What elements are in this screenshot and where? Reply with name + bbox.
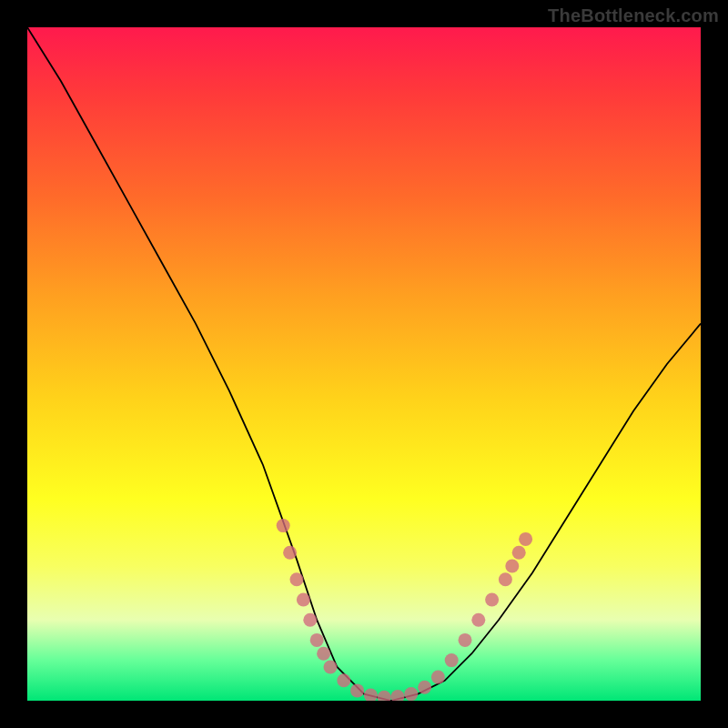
highlight-dot <box>310 633 324 647</box>
chart-frame: TheBottleneck.com <box>0 0 728 728</box>
highlight-dot <box>505 560 519 573</box>
highlight-dot <box>485 593 499 607</box>
bottleneck-curve <box>27 27 701 701</box>
highlight-dot <box>277 519 290 532</box>
plot-area <box>27 27 701 701</box>
highlight-dot <box>283 546 297 560</box>
highlight-dot <box>431 671 445 684</box>
highlight-dot <box>378 691 391 701</box>
highlight-dot <box>404 687 418 701</box>
highlight-dot <box>445 653 459 667</box>
highlight-dot <box>364 689 378 701</box>
highlight-dot <box>317 647 330 661</box>
highlight-dot <box>337 673 350 687</box>
highlight-dot <box>459 633 472 647</box>
highlight-dot <box>350 683 364 697</box>
highlight-dot <box>303 613 317 627</box>
highlight-dot <box>324 661 338 674</box>
watermark-label: TheBottleneck.com <box>548 5 719 26</box>
highlight-dot <box>499 572 512 586</box>
highlight-dot <box>297 593 310 607</box>
highlight-dot <box>512 546 526 560</box>
highlight-dot <box>418 681 431 694</box>
highlight-dots-group <box>277 519 532 701</box>
highlight-dot <box>471 613 485 627</box>
curve-svg <box>27 27 701 701</box>
highlight-dot <box>519 532 532 546</box>
highlight-dot <box>391 690 405 701</box>
highlight-dot <box>290 572 304 586</box>
